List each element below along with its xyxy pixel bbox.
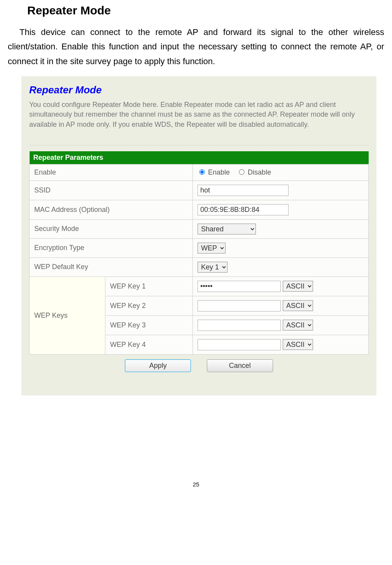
wep-key-3-input[interactable] xyxy=(198,320,281,331)
repeater-form-table: Repeater Parameters Enable Enable Disabl… xyxy=(29,151,369,355)
wep-key-2-input[interactable] xyxy=(198,300,281,311)
wep-key-3-label: WEP Key 3 xyxy=(105,315,193,335)
wep-key-1-format-select[interactable]: ASCII xyxy=(283,281,313,292)
divider xyxy=(29,133,369,145)
panel-title: Repeater Mode xyxy=(29,84,369,96)
ssid-input[interactable] xyxy=(198,185,289,196)
wep-key-2-format-select[interactable]: ASCII xyxy=(283,300,313,311)
wep-key-4-input[interactable] xyxy=(198,339,281,350)
cancel-button[interactable]: Cancel xyxy=(207,359,273,372)
doc-paragraph: This device can connect to the remote AP… xyxy=(8,25,384,68)
wep-key-4-label: WEP Key 4 xyxy=(105,335,193,354)
encryption-type-select[interactable]: WEP xyxy=(198,243,226,254)
apply-button[interactable]: Apply xyxy=(125,359,191,372)
section-header: Repeater Parameters xyxy=(30,151,369,164)
enable-radio-enable-text: Enable xyxy=(208,168,230,176)
doc-heading: Repeater Mode xyxy=(27,4,384,17)
mac-input[interactable] xyxy=(198,204,289,215)
enable-radio-enable[interactable] xyxy=(199,169,205,175)
mac-label: MAC Address (Optional) xyxy=(30,200,193,219)
wep-key-1-input[interactable] xyxy=(198,281,281,292)
enable-radio-disable-text: Disable xyxy=(248,168,271,176)
enable-radio-disable-label[interactable]: Disable xyxy=(237,168,271,176)
panel-description: You could configure Repeater Mode here. … xyxy=(29,100,369,129)
enable-radio-disable[interactable] xyxy=(239,169,244,175)
ssid-label: SSID xyxy=(30,180,193,200)
wep-default-key-label: WEP Default Key xyxy=(30,257,193,276)
wep-default-key-select[interactable]: Key 1 xyxy=(198,262,228,273)
security-mode-label: Security Mode xyxy=(30,219,193,238)
wep-key-1-label: WEP Key 1 xyxy=(105,276,193,296)
wep-key-4-format-select[interactable]: ASCII xyxy=(283,339,313,350)
button-row: Apply Cancel xyxy=(29,359,369,372)
enable-label: Enable xyxy=(30,164,193,180)
wep-key-3-format-select[interactable]: ASCII xyxy=(283,320,313,331)
config-panel: Repeater Mode You could configure Repeat… xyxy=(21,76,376,395)
page-number: 25 xyxy=(8,481,384,488)
wep-key-2-label: WEP Key 2 xyxy=(105,296,193,315)
wep-keys-group-label: WEP Keys xyxy=(30,276,105,354)
enable-radio-enable-label[interactable]: Enable xyxy=(198,168,232,176)
security-mode-select[interactable]: Shared xyxy=(198,224,256,234)
encryption-type-label: Encryption Type xyxy=(30,238,193,257)
